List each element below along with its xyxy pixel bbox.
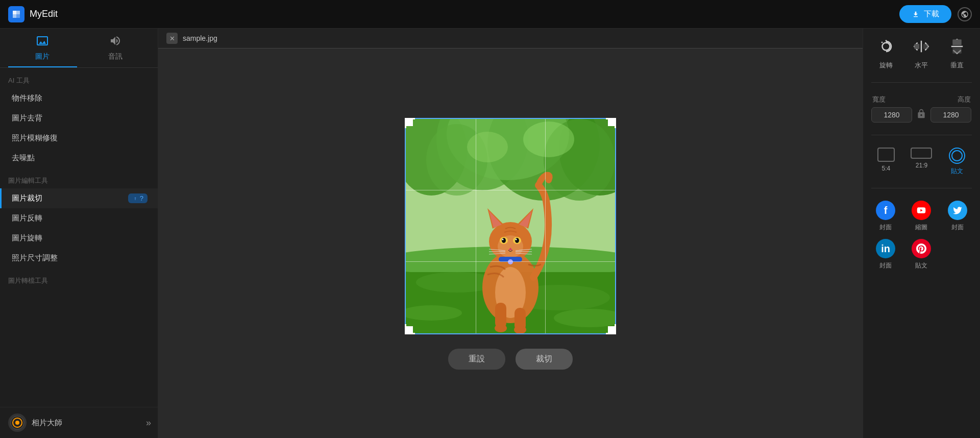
sidebar-footer[interactable]: 相片大師 » xyxy=(0,407,158,438)
audio-tab-icon xyxy=(109,35,121,50)
yt-thumb-label: 縮圖 xyxy=(915,223,927,232)
ratio-post-inner xyxy=(951,150,963,161)
sidebar: 圖片 音訊 AI 工具 物件移除 圖片去背 照片模糊修復 去噪點 圖片編輯工具 … xyxy=(0,29,158,438)
canvas-area: ✕ sample.jpg xyxy=(158,29,863,438)
divider-1 xyxy=(871,82,972,83)
svg-point-47 xyxy=(508,259,513,264)
vertical-control[interactable]: 垂直 xyxy=(949,39,965,70)
tw-cover-label: 封面 xyxy=(951,223,964,232)
image-tab-icon xyxy=(36,35,48,50)
sidebar-tabs: 圖片 音訊 xyxy=(0,29,158,68)
divider-3 xyxy=(871,188,972,188)
social-fb-cover[interactable]: f 封面 xyxy=(871,201,900,232)
twitter-icon xyxy=(948,201,967,220)
file-name: sample.jpg xyxy=(183,34,217,42)
sidebar-item-crop[interactable]: 圖片裁切 ? xyxy=(0,188,158,208)
ratio-219-label: 21:9 xyxy=(916,162,927,169)
canvas-wrapper xyxy=(405,118,616,334)
ratio-54[interactable]: 5:4 xyxy=(871,148,901,176)
svg-rect-54 xyxy=(952,48,962,54)
crop-button[interactable]: 裁切 xyxy=(516,349,573,370)
social-tw-cover[interactable]: 封面 xyxy=(943,201,972,232)
pinterest-icon xyxy=(912,239,931,258)
divider-2 xyxy=(871,135,972,135)
rotate-icon xyxy=(878,39,894,58)
ratio-post-label: 貼文 xyxy=(951,167,963,176)
horizontal-control[interactable]: 水平 xyxy=(914,39,929,70)
social-pi-post[interactable]: 貼文 xyxy=(907,239,936,270)
crop-image xyxy=(406,119,615,333)
ratio-54-label: 5:4 xyxy=(881,165,890,172)
header-left: MyEdit xyxy=(8,6,58,22)
crop-canvas[interactable] xyxy=(405,118,616,334)
svg-point-33 xyxy=(502,238,504,240)
svg-point-44 xyxy=(495,324,507,332)
svg-rect-51 xyxy=(923,44,928,49)
app-name: MyEdit xyxy=(30,9,58,19)
svg-point-32 xyxy=(515,238,519,243)
svg-rect-50 xyxy=(915,44,920,49)
right-panel: 旋轉 水平 xyxy=(863,29,980,438)
edit-tools-label: 圖片編輯工具 xyxy=(0,168,158,188)
linkedin-icon: in xyxy=(876,239,895,258)
photomater-icon xyxy=(8,413,27,432)
svg-point-3 xyxy=(15,421,19,425)
svg-point-31 xyxy=(502,238,506,243)
sidebar-item-resize[interactable]: 照片尺寸調整 xyxy=(0,248,158,268)
transform-row: 旋轉 水平 xyxy=(871,39,972,70)
tab-audio[interactable]: 音訊 xyxy=(81,29,150,67)
lock-icon[interactable] xyxy=(916,109,926,121)
help-badge[interactable]: ? xyxy=(128,193,148,203)
facebook-icon: f xyxy=(876,201,895,220)
app-logo xyxy=(8,6,24,22)
ai-tools-label: AI 工具 xyxy=(0,68,158,88)
canvas-buttons: 重設 裁切 xyxy=(448,349,573,370)
tab-image[interactable]: 圖片 xyxy=(8,29,77,67)
svg-point-13 xyxy=(523,121,574,157)
height-label: 高度 xyxy=(958,95,971,104)
header: MyEdit 下載 xyxy=(0,0,980,29)
footer-chevron-icon: » xyxy=(146,418,150,428)
svg-point-12 xyxy=(467,132,508,162)
horizontal-flip-icon xyxy=(914,39,929,58)
width-label: 寬度 xyxy=(872,95,886,104)
reset-button[interactable]: 重設 xyxy=(448,349,505,370)
ratio-post-box xyxy=(949,148,965,164)
sidebar-item-photo-repair[interactable]: 照片模糊修復 xyxy=(0,128,158,148)
sidebar-item-flip[interactable]: 圖片反轉 xyxy=(0,208,158,228)
social-li-cover[interactable]: in 封面 xyxy=(871,239,900,270)
ratio-54-box xyxy=(877,148,895,162)
rotate-label: 旋轉 xyxy=(879,61,893,70)
download-button[interactable]: 下載 xyxy=(899,5,951,23)
ratio-219-box xyxy=(911,148,932,159)
sidebar-item-rotate[interactable]: 圖片旋轉 xyxy=(0,228,158,248)
crop-handle-tr[interactable] xyxy=(608,118,616,126)
close-tab-button[interactable]: ✕ xyxy=(166,33,178,44)
height-input[interactable] xyxy=(930,107,971,123)
svg-point-34 xyxy=(516,238,517,240)
language-button[interactable] xyxy=(958,7,972,21)
social-yt-thumb[interactable]: 縮圖 xyxy=(907,201,936,232)
crop-handle-tl[interactable] xyxy=(405,118,413,126)
ratio-grid: 5:4 21:9 貼文 xyxy=(871,148,972,176)
transform-section: 旋轉 水平 xyxy=(871,39,972,70)
file-tab: ✕ sample.jpg xyxy=(158,29,863,48)
main-layout: 圖片 音訊 AI 工具 物件移除 圖片去背 照片模糊修復 去噪點 圖片編輯工具 … xyxy=(0,29,980,438)
sidebar-item-denoise[interactable]: 去噪點 xyxy=(0,148,158,168)
convert-tools-label: 圖片轉檔工具 xyxy=(0,268,158,288)
dimensions-section: 寬度 高度 xyxy=(871,95,972,123)
crop-handle-br[interactable] xyxy=(608,326,616,334)
sidebar-item-object-remove[interactable]: 物件移除 xyxy=(0,88,158,108)
sidebar-item-bg-remove[interactable]: 圖片去背 xyxy=(0,108,158,128)
width-input[interactable] xyxy=(871,107,912,123)
li-cover-label: 封面 xyxy=(879,261,892,270)
dimension-labels: 寬度 高度 xyxy=(871,95,972,104)
crop-handle-bl[interactable] xyxy=(405,326,413,334)
ratio-post[interactable]: 貼文 xyxy=(942,148,972,176)
fb-cover-label: 封面 xyxy=(879,223,892,232)
vertical-flip-icon xyxy=(949,39,965,58)
rotate-control[interactable]: 旋轉 xyxy=(878,39,894,70)
photomater-label: 相片大師 xyxy=(32,418,62,428)
svg-rect-53 xyxy=(952,39,962,45)
ratio-219[interactable]: 21:9 xyxy=(907,148,937,176)
